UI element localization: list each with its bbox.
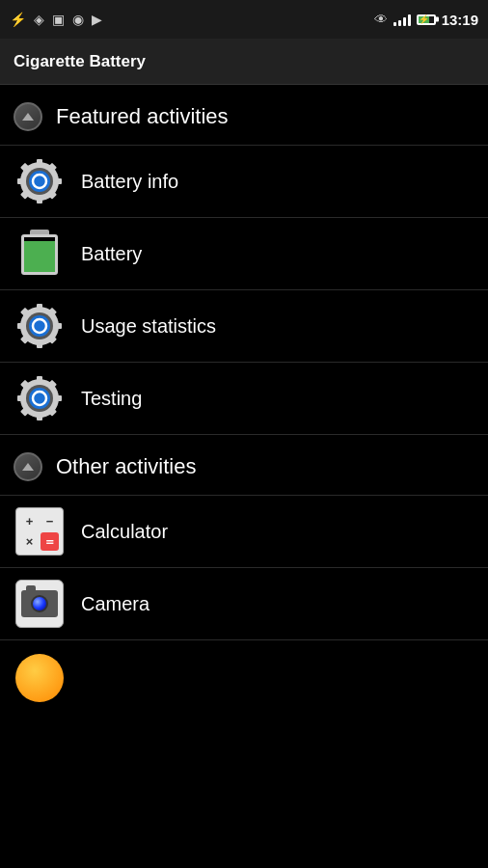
- battery-info-item[interactable]: Battery info: [0, 146, 488, 217]
- testing-icon: [14, 372, 66, 424]
- notification-icon-1: ▣: [52, 12, 65, 27]
- battery-green-fill: [24, 241, 55, 272]
- usage-statistics-label: Usage statistics: [81, 315, 216, 338]
- calculator-icon: + − × ＝: [14, 505, 66, 557]
- calc-cell-equals: ＝: [41, 532, 59, 551]
- svg-rect-14: [37, 304, 42, 311]
- calculator-graphic: + − × ＝: [15, 507, 64, 556]
- battery-info-label: Battery info: [81, 171, 178, 193]
- calc-cell-minus: −: [41, 512, 59, 530]
- battery-body: [21, 234, 58, 275]
- svg-rect-27: [37, 376, 42, 383]
- svg-point-38: [37, 395, 42, 401]
- orange-circle-graphic: [15, 654, 64, 702]
- battery-bolt: ⚡: [419, 14, 429, 24]
- camera-body: [21, 590, 58, 617]
- calc-cell-plus: +: [20, 512, 39, 530]
- notification-icon-3: ▶: [92, 12, 102, 27]
- signal-bars-icon: [393, 13, 411, 26]
- notification-icon-2: ◉: [72, 12, 84, 27]
- app-bar: Cigarette Battery: [0, 39, 488, 85]
- battery-info-icon: [14, 155, 66, 207]
- svg-rect-4: [55, 178, 62, 184]
- eye-icon: 👁: [374, 12, 388, 27]
- battery-item[interactable]: Battery: [0, 218, 488, 289]
- svg-rect-2: [37, 197, 42, 203]
- calculator-item[interactable]: + − × ＝ Calculator: [0, 496, 488, 567]
- camera-label: Camera: [81, 593, 149, 615]
- battery-status-icon: ⚡: [417, 14, 436, 25]
- camera-icon: [14, 578, 66, 630]
- battery-icon: [14, 228, 66, 280]
- battery-label: Battery: [81, 243, 142, 265]
- other-section-title: Other activities: [56, 454, 197, 479]
- other-activities-header[interactable]: Other activities: [0, 435, 488, 495]
- svg-rect-1: [37, 159, 42, 166]
- calculator-label: Calculator: [81, 521, 168, 543]
- featured-section-chevron-icon: [14, 102, 42, 131]
- featured-activities-header[interactable]: Featured activities: [0, 85, 488, 145]
- camera-item[interactable]: Camera: [0, 568, 488, 639]
- svg-rect-29: [17, 395, 24, 401]
- status-time: 13:19: [442, 12, 478, 28]
- svg-rect-16: [17, 323, 24, 329]
- svg-rect-15: [37, 341, 42, 348]
- status-bar-right-icons: 👁 ⚡ 13:19: [374, 12, 478, 28]
- orange-icon: [14, 652, 66, 704]
- usage-statistics-icon: [14, 300, 66, 352]
- svg-rect-3: [17, 178, 24, 184]
- calc-cell-multiply: ×: [20, 532, 39, 551]
- camera-graphic: [15, 580, 64, 628]
- svg-point-25: [37, 323, 42, 329]
- bottom-partial-item[interactable]: [0, 640, 488, 714]
- testing-item[interactable]: Testing: [0, 363, 488, 434]
- usage-statistics-item[interactable]: Usage statistics: [0, 290, 488, 362]
- svg-rect-30: [55, 395, 62, 401]
- dropbox-icon: ◈: [34, 12, 44, 27]
- svg-rect-17: [55, 323, 62, 329]
- app-title: Cigarette Battery: [14, 52, 146, 71]
- battery-fill: ⚡: [419, 16, 429, 23]
- svg-rect-28: [37, 414, 42, 420]
- status-bar-left-icons: ⚡ ◈ ▣ ◉ ▶: [10, 12, 102, 27]
- featured-section-title: Featured activities: [56, 104, 229, 129]
- battery-graphic: [18, 230, 61, 278]
- camera-lens: [31, 595, 48, 612]
- gear-blue-icon: [15, 157, 64, 205]
- chevron-up-icon: [22, 113, 34, 121]
- content-area: Featured activities: [0, 85, 488, 714]
- testing-label: Testing: [81, 388, 142, 410]
- other-section-chevron-icon: [14, 452, 42, 481]
- usb-icon: ⚡: [10, 12, 26, 27]
- gear-blue-icon-3: [15, 374, 64, 422]
- gear-blue-icon-2: [15, 302, 64, 350]
- status-bar: ⚡ ◈ ▣ ◉ ▶ 👁 ⚡ 13:19: [0, 0, 488, 39]
- chevron-up-icon-2: [22, 463, 34, 471]
- svg-point-12: [37, 178, 42, 184]
- camera-bump: [26, 585, 36, 590]
